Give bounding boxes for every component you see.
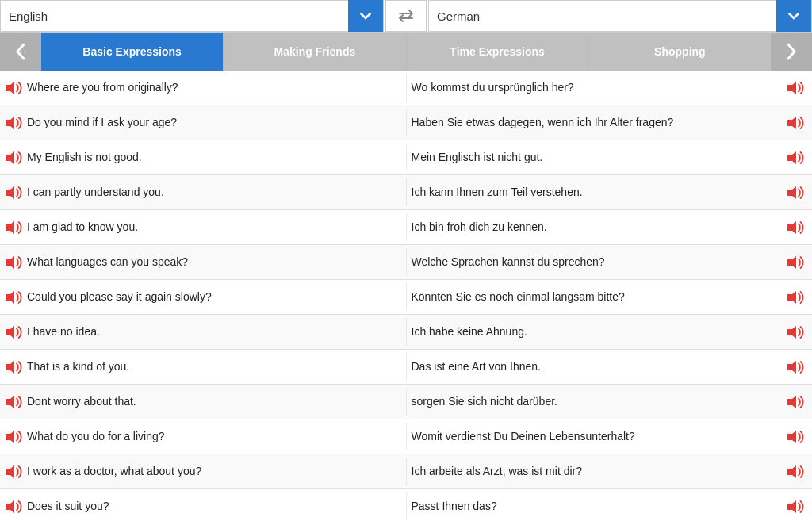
svg-marker-22 [6, 465, 14, 478]
source-phrase-cell: I work as a doctor, what about you? [0, 458, 406, 485]
speaker-icon [5, 220, 22, 235]
table-row: What do you do for a living? Womit verdi… [0, 419, 812, 454]
play-source-button[interactable] [5, 360, 22, 374]
tab-next-button[interactable] [771, 33, 812, 71]
svg-marker-11 [787, 256, 796, 269]
speaker-icon [787, 395, 804, 409]
speaker-icon [787, 325, 804, 339]
target-phrase-text: Ich habe keine Ahnung. [412, 324, 527, 339]
play-source-button[interactable] [5, 325, 22, 339]
source-phrase-text: I am glad to know you. [27, 220, 138, 234]
play-source-button[interactable] [5, 395, 22, 409]
target-language-dropdown-btn[interactable] [776, 0, 811, 32]
target-phrase-text: Wo kommst du ursprünglich her? [412, 80, 574, 94]
target-phrase-cell: Ich kann Ihnen zum Teil verstehen. [406, 178, 813, 205]
play-source-button[interactable] [5, 290, 22, 305]
play-target-button[interactable] [779, 255, 807, 270]
play-source-button[interactable] [5, 430, 22, 444]
tab-prev-button[interactable] [0, 33, 41, 71]
speaker-icon [787, 220, 804, 235]
table-row: Could you please say it again slowly? Kö… [0, 280, 812, 315]
chevron-right-icon [785, 42, 798, 61]
play-target-button[interactable] [779, 81, 807, 95]
chevron-left-icon [14, 42, 27, 61]
play-target-button[interactable] [779, 360, 807, 374]
table-row: I am glad to know you. Ich bin froh dich… [0, 210, 812, 245]
speaker-icon [5, 325, 22, 339]
tab-making-friends[interactable]: Making Friends [224, 33, 406, 71]
table-row: My English is not good. Mein Englisch is… [0, 140, 812, 175]
play-target-button[interactable] [779, 290, 807, 305]
tab-navigation: Basic Expressions Making Friends Time Ex… [0, 33, 812, 71]
speaker-icon [787, 465, 804, 479]
target-phrase-cell: Könnten Sie es noch einmal langsam bitte… [406, 283, 813, 310]
source-phrase-text: Could you please say it again slowly? [27, 289, 212, 304]
speaker-icon [5, 186, 22, 200]
speaker-icon [5, 395, 22, 409]
source-phrase-cell: My English is not good. [0, 144, 406, 170]
play-target-button[interactable] [779, 151, 807, 165]
source-language-selector[interactable] [0, 0, 384, 32]
target-phrase-text: Ich bin froh dich zu kennen. [412, 220, 547, 234]
target-language-input[interactable] [429, 10, 776, 23]
play-target-button[interactable] [779, 116, 807, 130]
source-phrase-text: Does it suit you? [27, 499, 109, 513]
chevron-down-icon [360, 13, 371, 20]
language-header [0, 0, 812, 33]
target-phrase-text: Haben Sie etwas dagegen, wenn ich Ihr Al… [412, 115, 674, 129]
play-target-button[interactable] [779, 430, 807, 444]
svg-marker-20 [6, 431, 14, 443]
source-phrase-text: What languages can you speak? [27, 255, 188, 269]
target-phrase-cell: Passt Ihnen das? [406, 492, 813, 519]
play-target-button[interactable] [779, 500, 807, 514]
play-source-button[interactable] [5, 500, 22, 514]
source-language-dropdown-btn[interactable] [348, 0, 383, 32]
speaker-icon [787, 116, 804, 130]
speaker-icon [787, 81, 804, 95]
svg-marker-21 [787, 431, 796, 443]
tab-shopping[interactable]: Shopping [589, 33, 771, 71]
table-row: Where are you from originally? Wo kommst… [0, 71, 812, 105]
play-source-button[interactable] [5, 81, 22, 95]
source-phrase-text: I have no idea. [27, 324, 100, 339]
play-target-button[interactable] [779, 325, 807, 339]
speaker-icon [787, 360, 804, 374]
speaker-icon [5, 290, 22, 305]
swap-languages-button[interactable] [385, 0, 427, 32]
table-row: I can partly understand you. Ich kann Ih… [0, 175, 812, 210]
svg-marker-8 [6, 221, 14, 234]
table-row: I have no idea. Ich habe keine Ahnung. [0, 315, 812, 350]
target-phrase-cell: sorgen Sie sich nicht darüber. [406, 388, 813, 415]
svg-marker-5 [787, 151, 796, 164]
source-phrase-cell: Do you mind if I ask your age? [0, 109, 406, 136]
source-language-input[interactable] [1, 10, 348, 23]
play-target-button[interactable] [779, 186, 807, 200]
target-phrase-text: Passt Ihnen das? [412, 499, 497, 513]
svg-marker-17 [787, 361, 796, 374]
svg-marker-12 [6, 291, 14, 304]
play-source-button[interactable] [5, 220, 22, 235]
source-phrase-cell: Does it suit you? [0, 492, 406, 519]
tab-basic-expressions[interactable]: Basic Expressions [41, 33, 224, 71]
svg-marker-19 [787, 396, 796, 408]
play-target-button[interactable] [779, 395, 807, 409]
play-source-button[interactable] [5, 465, 22, 479]
target-phrase-text: sorgen Sie sich nicht darüber. [412, 394, 557, 408]
swap-icon [397, 10, 415, 22]
tab-time-expressions[interactable]: Time Expressions [407, 33, 589, 71]
target-language-selector[interactable] [428, 0, 812, 32]
source-phrase-text: I can partly understand you. [27, 185, 164, 199]
speaker-icon [5, 500, 22, 514]
target-phrase-text: Könnten Sie es noch einmal langsam bitte… [412, 289, 625, 304]
target-phrase-cell: Ich arbeite als Arzt, was ist mit dir? [406, 458, 813, 485]
phrase-list: Where are you from originally? Wo kommst… [0, 71, 812, 521]
play-target-button[interactable] [779, 220, 807, 235]
play-target-button[interactable] [779, 465, 807, 479]
svg-marker-4 [6, 151, 14, 164]
speaker-icon [5, 151, 22, 165]
play-source-button[interactable] [5, 255, 22, 270]
play-source-button[interactable] [5, 186, 22, 200]
target-phrase-cell: Haben Sie etwas dagegen, wenn ich Ihr Al… [406, 109, 813, 136]
play-source-button[interactable] [5, 116, 22, 130]
play-source-button[interactable] [5, 151, 22, 165]
